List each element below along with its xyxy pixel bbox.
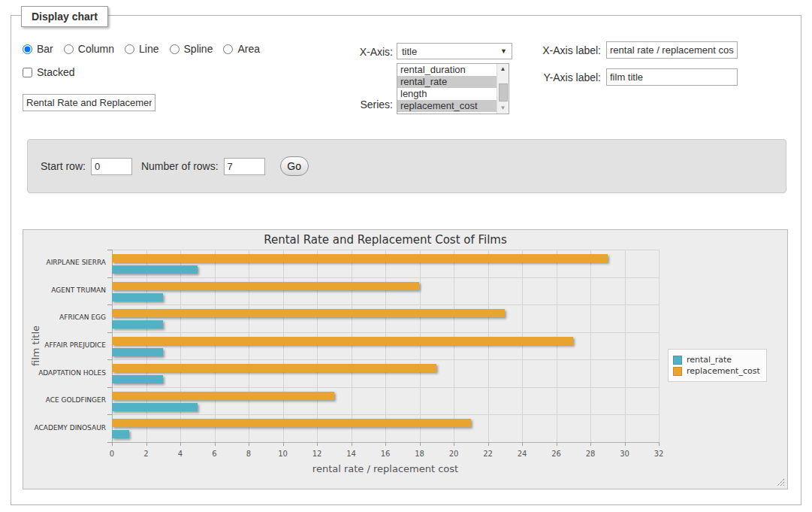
radio-column-label[interactable]: Column	[78, 43, 114, 55]
x-axis-tick	[522, 442, 523, 446]
category-label: AIRPLANE SIERRA	[23, 259, 106, 266]
bar-rental_rate[interactable]	[112, 265, 198, 274]
bar-rental_rate[interactable]	[112, 375, 163, 383]
chart-title-input[interactable]	[23, 94, 155, 111]
radio-area-label[interactable]: Area	[237, 43, 260, 55]
gridline	[112, 387, 659, 388]
x-tick-label: 20	[439, 450, 469, 458]
bar-replacement_cost[interactable]	[112, 392, 334, 400]
bar-replacement_cost[interactable]	[112, 364, 436, 372]
gridline	[180, 250, 181, 442]
chart-title: Rental Rate and Replacement Cost of Film…	[112, 233, 659, 247]
x-axis-tick	[283, 442, 284, 446]
x-tick-label: 12	[302, 450, 332, 458]
x-axis-label-input[interactable]	[606, 41, 738, 59]
x-axis-tick	[180, 442, 181, 446]
y-axis-tick	[107, 250, 112, 250]
legend-item[interactable]: replacement_cost	[673, 366, 760, 376]
legend-swatch-replacement-cost	[673, 367, 682, 376]
x-tick-label: 4	[165, 450, 195, 458]
y-axis-tick	[107, 387, 112, 388]
fieldset-legend: Display chart	[21, 6, 108, 27]
gridline	[283, 250, 284, 442]
bar-rental_rate[interactable]	[112, 430, 129, 438]
category-label: ACADEMY DINOSAUR	[23, 424, 106, 432]
bar-rental_rate[interactable]	[112, 403, 198, 411]
y-axis-tick	[107, 277, 112, 278]
series-scrollbar[interactable]: ▲ ▼	[497, 64, 509, 114]
resize-grip-icon[interactable]	[777, 478, 785, 486]
num-rows-input[interactable]	[224, 158, 265, 175]
x-axis-title: rental rate / replacement cost	[112, 463, 659, 474]
scroll-down-icon[interactable]: ▼	[497, 103, 509, 114]
series-option[interactable]: rental_duration	[397, 64, 497, 76]
legend-item[interactable]: rental_rate	[673, 355, 760, 365]
chevron-down-icon: ▼	[500, 47, 507, 55]
radio-bar-label[interactable]: Bar	[37, 43, 53, 55]
radio-area[interactable]	[223, 44, 233, 54]
stacked-label[interactable]: Stacked	[37, 66, 75, 78]
gridline	[625, 250, 626, 442]
gridline	[112, 359, 659, 360]
scrollbar-thumb[interactable]	[499, 83, 508, 101]
series-list-label: Series:	[346, 98, 393, 111]
x-axis-tick	[488, 442, 489, 446]
bar-rental_rate[interactable]	[112, 293, 163, 301]
category-label: AGENT TRUMAN	[23, 286, 106, 294]
gridline	[112, 277, 659, 278]
x-axis-label-caption: X-Axis label:	[535, 44, 601, 56]
series-multiselect[interactable]: rental_duration rental_rate length repla…	[397, 63, 509, 114]
bar-replacement_cost[interactable]	[112, 309, 505, 317]
x-axis-tick	[249, 442, 249, 446]
y-axis-label-input[interactable]	[606, 68, 738, 86]
bar-replacement_cost[interactable]	[112, 282, 419, 290]
bar-rental_rate[interactable]	[112, 348, 163, 356]
gridline	[522, 250, 523, 442]
bar-replacement_cost[interactable]	[112, 254, 608, 262]
go-button[interactable]: Go	[280, 156, 309, 176]
x-axis-selected-value: title	[402, 46, 417, 57]
radio-line[interactable]	[125, 44, 134, 54]
stacked-row: Stacked	[23, 66, 75, 78]
gridline	[659, 250, 660, 442]
radio-spline-label[interactable]: Spline	[184, 43, 213, 55]
x-axis-tick	[385, 442, 386, 446]
num-rows-label: Number of rows:	[141, 160, 219, 172]
radio-column[interactable]	[64, 44, 74, 54]
x-tick-label: 0	[97, 450, 127, 458]
x-axis-tick	[625, 442, 626, 446]
x-axis-select[interactable]: title ▼	[397, 43, 512, 59]
bar-rental_rate[interactable]	[112, 320, 163, 329]
chart-container: Rental Rate and Replacement Cost of Film…	[23, 229, 788, 489]
x-axis-tick	[420, 442, 421, 446]
series-option[interactable]: replacement_cost	[397, 100, 497, 112]
gridline	[112, 250, 659, 250]
radio-spline[interactable]	[170, 44, 180, 54]
stacked-checkbox[interactable]	[23, 68, 32, 77]
start-row-input[interactable]	[91, 158, 132, 175]
gridline	[557, 250, 557, 442]
category-label: AFFAIR PREJUDICE	[23, 341, 106, 349]
bar-replacement_cost[interactable]	[112, 337, 573, 345]
bar-replacement_cost[interactable]	[112, 419, 471, 427]
legend-swatch-rental-rate	[673, 356, 682, 365]
series-option[interactable]: rental_rate	[397, 76, 497, 88]
gridline	[352, 250, 352, 442]
x-tick-label: 28	[575, 450, 605, 458]
x-axis-tick	[352, 442, 352, 446]
x-tick-label: 26	[542, 450, 572, 458]
radio-bar[interactable]	[23, 44, 32, 54]
legend-label: replacement_cost	[687, 366, 760, 376]
series-option[interactable]: length	[397, 88, 497, 100]
gridline	[385, 250, 386, 442]
x-tick-label: 24	[507, 450, 537, 458]
scroll-up-icon[interactable]: ▲	[497, 64, 509, 74]
x-tick-label: 22	[473, 450, 503, 458]
y-axis-tick	[107, 332, 112, 333]
x-axis-tick	[112, 442, 113, 446]
x-axis-tick	[454, 442, 454, 446]
radio-line-label[interactable]: Line	[139, 43, 158, 55]
x-tick-label: 14	[337, 450, 367, 458]
row-controls-panel: Start row: Number of rows: Go	[27, 139, 786, 193]
x-axis-tick	[215, 442, 216, 446]
